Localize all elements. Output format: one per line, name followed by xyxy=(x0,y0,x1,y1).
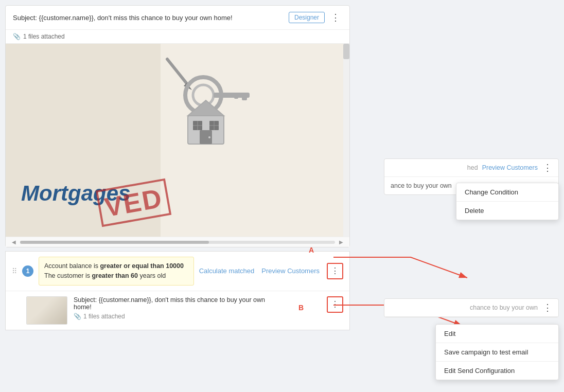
condition-actions: Calculate matched Preview Customers ⋮ xyxy=(199,263,343,279)
email-more-options-button[interactable]: ⋮ xyxy=(329,11,342,24)
change-condition-item[interactable]: Change Condition xyxy=(456,183,558,201)
scroll-thumb-horizontal xyxy=(20,241,209,244)
scroll-track-horizontal[interactable] xyxy=(20,241,335,244)
email-preview-row: Subject: {{customer.name}}, don't miss t… xyxy=(6,291,349,330)
delete-item[interactable]: Delete xyxy=(456,201,558,220)
email-thumbnail xyxy=(26,296,67,325)
email-image-container: Mortgages VED xyxy=(6,44,349,237)
email-header-actions: Designer ⋮ xyxy=(289,11,342,24)
condition-section: ⠿ 1 Account balance is greater or equal … xyxy=(5,251,350,330)
dropdown-menu-1: Change Condition Delete xyxy=(456,183,559,220)
condition-text: Account balance is greater or equal than… xyxy=(39,257,194,286)
preview-subject-text2: home! xyxy=(74,304,92,311)
panel-2-more-options-button[interactable]: ⋮ xyxy=(542,302,553,313)
horizontal-scrollbar[interactable]: ◀ ▶ xyxy=(6,237,349,247)
panel-2-tab-text: chance to buy your own xyxy=(470,304,538,311)
paperclip-icon: 📎 xyxy=(13,33,21,40)
condition-line1-bold: greater or equal than 10000 xyxy=(100,262,184,270)
email-preview-content: Subject: {{customer.name}}, don't miss t… xyxy=(74,296,321,320)
email-panel: Subject: {{customer.name}}, don't miss t… xyxy=(5,5,350,247)
scroll-right-arrow[interactable]: ▶ xyxy=(337,239,345,245)
preview-customers-link[interactable]: Preview Customers xyxy=(261,267,320,275)
condition-row: ⠿ 1 Account balance is greater or equal … xyxy=(6,252,349,291)
save-campaign-item[interactable]: Save campaign to test email xyxy=(436,343,558,361)
calculate-matched-link[interactable]: Calculate matched xyxy=(199,267,255,275)
panel-tab-partial: hed xyxy=(467,164,478,171)
panel-1-more-options-button[interactable]: ⋮ xyxy=(542,162,553,173)
svg-line-0 xyxy=(167,59,188,85)
right-panel-2: chance to buy your own ⋮ xyxy=(384,298,559,317)
label-b: B xyxy=(298,304,304,312)
key-image xyxy=(147,54,250,167)
label-a: A xyxy=(309,246,314,254)
mortgage-image: Mortgages VED xyxy=(6,44,349,237)
email-thumb-image xyxy=(27,297,67,324)
condition-more-options-button[interactable]: ⋮ xyxy=(327,263,343,279)
preview-paperclip-icon: 📎 xyxy=(74,313,81,320)
preview-subject-text: Subject: {{customer.name}}, don't miss t… xyxy=(74,296,265,304)
condition-line2-suffix: years old xyxy=(138,272,166,279)
svg-rect-5 xyxy=(242,93,247,100)
condition-line2-prefix: The customer is xyxy=(44,272,92,279)
email-attachment-row: 📎 1 files attached xyxy=(6,30,349,44)
email-preview-attachment: 📎 1 files attached xyxy=(74,313,321,320)
attachment-count: 1 files attached xyxy=(23,33,65,40)
condition-number: 1 xyxy=(22,265,33,277)
right-panel-2-header: chance to buy your own ⋮ xyxy=(384,299,558,317)
scroll-thumb-vertical[interactable] xyxy=(343,44,349,59)
svg-rect-6 xyxy=(234,93,238,99)
email-preview-subject: Subject: {{customer.name}}, don't miss t… xyxy=(74,296,321,311)
condition-line1-prefix: Account balance is xyxy=(44,262,100,270)
preview-attachment-count: 1 files attached xyxy=(83,313,125,320)
edit-item[interactable]: Edit xyxy=(436,325,558,343)
dropdown-menu-2: Edit Save campaign to test email Edit Se… xyxy=(435,324,559,380)
designer-button[interactable]: Designer xyxy=(289,12,325,23)
vertical-scrollbar[interactable] xyxy=(343,44,349,237)
arrow-1 xyxy=(333,252,483,283)
email-header: Subject: {{customer.name}}, don't miss t… xyxy=(6,6,349,30)
panel-1-content-text: ance to buy your own xyxy=(391,182,452,189)
email-subject: Subject: {{customer.name}}, don't miss t… xyxy=(13,14,233,22)
scroll-left-arrow[interactable]: ◀ xyxy=(10,239,18,245)
condition-line2-bold: greater than 60 xyxy=(92,272,138,279)
svg-point-16 xyxy=(208,136,210,138)
email-more-options-button-2[interactable]: ⋮ xyxy=(327,296,343,313)
right-panel-1-header: hed Preview Customers ⋮ xyxy=(384,159,558,177)
drag-handle-icon[interactable]: ⠿ xyxy=(12,267,17,275)
edit-send-config-item[interactable]: Edit Send Configuration xyxy=(436,361,558,380)
panel-tab-preview[interactable]: Preview Customers xyxy=(482,164,538,171)
